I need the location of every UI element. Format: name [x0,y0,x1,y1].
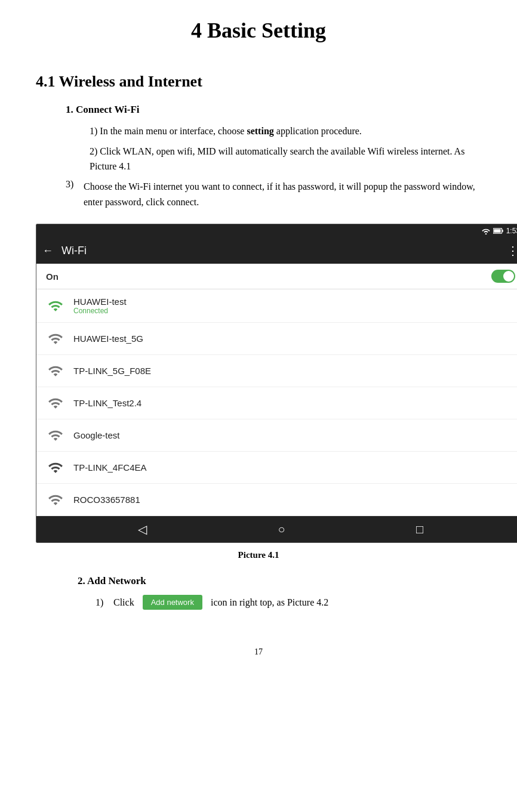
battery-status-icon [493,228,504,234]
add-step1-num: 1) [96,597,113,608]
network-name: TP-LINK_5G_F08E [73,366,515,376]
wifi-signal-icon [46,428,65,443]
wifi-status-icon [481,227,491,234]
wifi-signal-icon [46,460,65,476]
back-arrow-icon[interactable]: ← [42,245,53,257]
nav-recent-btn[interactable]: □ [416,523,423,536]
network-info-huawei5g: HUAWEI-test_5G [73,334,515,344]
add-step1-pre: Click [113,597,134,608]
network-info-roco: ROCO33657881 [73,495,515,505]
page-number: 17 [36,646,481,659]
step1-bold: setting [247,126,273,136]
network-row-google[interactable]: Google-test [36,419,517,452]
step3-block: 3) Choose the Wi-Fi internet you want to… [66,179,481,213]
step3-text: Choose the Wi-Fi internet you want to co… [84,179,481,209]
step1-text: 1) In the main menu or interface, choose… [90,124,481,139]
step2-text: 2) Click WLAN, open wifi, MID will autom… [90,144,481,174]
nav-home-btn[interactable]: ○ [278,523,285,536]
phone-navbar: ◁ ○ □ [36,516,517,542]
network-name: Google-test [73,430,515,440]
phone-screenshot: 1:53 ← Wi-Fi ⋮ On HUAWEI-test Connected … [36,224,517,543]
wifi-on-row[interactable]: On [36,264,517,289]
add-network-title: 2. Add Network [78,573,481,589]
wifi-screen-title: Wi-Fi [61,245,507,257]
wifi-signal-icon [46,396,65,411]
network-name: HUAWEI-test [73,297,515,307]
step1-end: application procedure. [274,126,362,136]
network-row-huawei5g[interactable]: HUAWEI-test_5G [36,323,517,355]
wifi-signal-icon [46,363,65,379]
step2-block: 2) Click WLAN, open wifi, MID will autom… [90,144,481,174]
network-name: ROCO33657881 [73,495,515,505]
picture-caption: Picture 4.1 [36,548,481,562]
add-step1-post: icon in right top, as Picture 4.2 [211,597,328,608]
svg-rect-3 [494,229,500,233]
network-row-huawei[interactable]: HUAWEI-test Connected [36,289,517,323]
network-name: TP-LINK_4FC4EA [73,462,515,473]
phone-topbar: ← Wi-Fi ⋮ [36,237,517,264]
network-info-google: Google-test [73,430,515,440]
page-title: 4 Basic Setting [36,18,481,43]
subsection-connect-wifi: 1. Connect Wi-Fi [66,101,481,118]
wifi-toggle[interactable] [491,270,515,283]
step3-num: 3) [66,179,84,213]
svg-point-0 [485,233,487,234]
network-row-tplink5g[interactable]: TP-LINK_5G_F08E [36,355,517,387]
step1-pre: 1) In the main menu or interface, choose [90,126,247,136]
wifi-signal-icon [46,492,65,508]
wifi-on-label: On [46,271,491,282]
add-step1: 1) Click Add network icon in right top, … [96,595,481,610]
network-name: HUAWEI-test_5G [73,334,515,344]
step1-block: 1) In the main menu or interface, choose… [90,124,481,139]
section-title: 4.1 Wireless and Internet [36,73,481,91]
wifi-signal-icon [46,331,65,347]
status-time: 1:53 [506,227,517,235]
network-name: TP-LINK_Test2.4 [73,398,515,408]
network-info-tplinktest: TP-LINK_Test2.4 [73,398,515,408]
phone-statusbar: 1:53 [36,224,517,237]
network-row-roco[interactable]: ROCO33657881 [36,484,517,516]
network-info-huawei: HUAWEI-test Connected [73,297,515,315]
nav-back-btn[interactable]: ◁ [138,522,147,536]
network-row-tplinktest[interactable]: TP-LINK_Test2.4 [36,387,517,419]
network-info-tplink4fc: TP-LINK_4FC4EA [73,462,515,473]
wifi-signal-icon [46,298,65,314]
status-icons: 1:53 [481,227,517,235]
network-status: Connected [73,307,515,315]
add-network-button-img[interactable]: Add network [143,595,202,610]
svg-rect-2 [502,230,503,232]
more-options-icon[interactable]: ⋮ [507,243,517,258]
network-row-tplink4fc[interactable]: TP-LINK_4FC4EA [36,452,517,484]
network-info-tplink5g: TP-LINK_5G_F08E [73,366,515,376]
add-network-section: 2. Add Network 1) Click Add network icon… [78,573,481,610]
